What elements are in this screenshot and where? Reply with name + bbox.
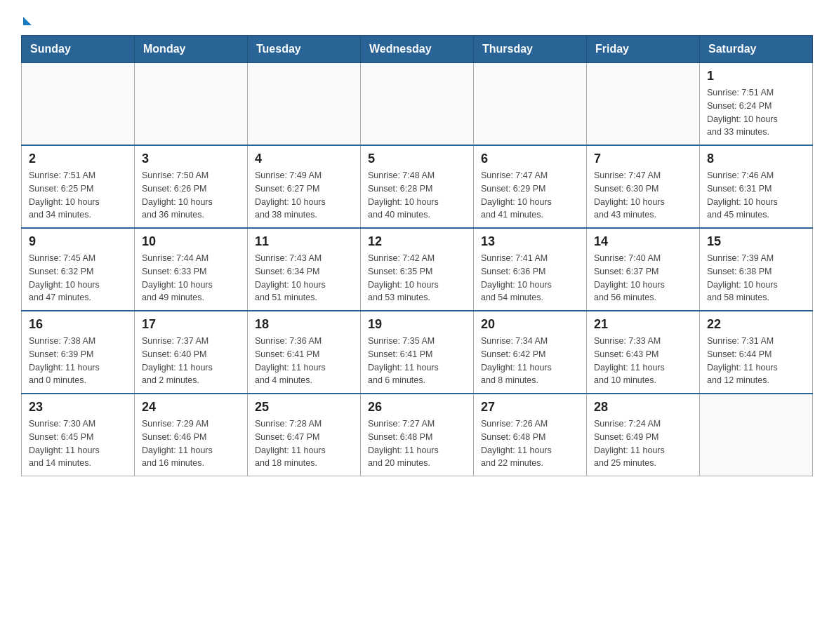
day-number: 15 — [707, 234, 805, 249]
day-info: Sunrise: 7:50 AMSunset: 6:26 PMDaylight:… — [142, 169, 240, 222]
calendar-cell — [248, 63, 361, 146]
day-info: Sunrise: 7:45 AMSunset: 6:32 PMDaylight:… — [29, 252, 127, 304]
calendar-cell: 25Sunrise: 7:28 AMSunset: 6:47 PMDayligh… — [248, 394, 361, 476]
day-number: 9 — [29, 234, 127, 249]
weekday-header-tuesday: Tuesday — [248, 36, 361, 63]
day-info: Sunrise: 7:41 AMSunset: 6:36 PMDaylight:… — [481, 252, 579, 304]
day-number: 28 — [594, 400, 692, 415]
logo-arrow-icon — [23, 17, 32, 25]
day-number: 4 — [255, 152, 353, 166]
day-info: Sunrise: 7:31 AMSunset: 6:44 PMDaylight:… — [707, 335, 805, 387]
calendar-cell — [700, 394, 813, 476]
day-number: 21 — [594, 317, 692, 332]
day-number: 3 — [142, 152, 240, 166]
day-info: Sunrise: 7:29 AMSunset: 6:46 PMDaylight:… — [142, 417, 240, 470]
day-info: Sunrise: 7:34 AMSunset: 6:42 PMDaylight:… — [481, 335, 579, 387]
day-number: 25 — [255, 400, 353, 415]
day-number: 2 — [29, 152, 127, 166]
day-info: Sunrise: 7:38 AMSunset: 6:39 PMDaylight:… — [29, 335, 127, 387]
day-info: Sunrise: 7:28 AMSunset: 6:47 PMDaylight:… — [255, 417, 353, 470]
calendar-cell: 26Sunrise: 7:27 AMSunset: 6:48 PMDayligh… — [361, 394, 474, 476]
day-info: Sunrise: 7:49 AMSunset: 6:27 PMDaylight:… — [255, 169, 353, 222]
calendar-cell: 6Sunrise: 7:47 AMSunset: 6:29 PMDaylight… — [474, 145, 587, 228]
day-info: Sunrise: 7:48 AMSunset: 6:28 PMDaylight:… — [368, 169, 466, 222]
day-info: Sunrise: 7:46 AMSunset: 6:31 PMDaylight:… — [707, 169, 805, 222]
calendar-cell: 4Sunrise: 7:49 AMSunset: 6:27 PMDaylight… — [248, 145, 361, 228]
day-number: 1 — [707, 69, 805, 83]
day-number: 16 — [29, 317, 127, 332]
day-number: 5 — [368, 152, 466, 166]
calendar-cell: 16Sunrise: 7:38 AMSunset: 6:39 PMDayligh… — [22, 311, 135, 394]
weekday-header-friday: Friday — [587, 36, 700, 63]
calendar-cell: 3Sunrise: 7:50 AMSunset: 6:26 PMDaylight… — [135, 145, 248, 228]
day-info: Sunrise: 7:44 AMSunset: 6:33 PMDaylight:… — [142, 252, 240, 304]
calendar-header-row: SundayMondayTuesdayWednesdayThursdayFrid… — [22, 36, 813, 63]
day-number: 6 — [481, 152, 579, 166]
day-info: Sunrise: 7:35 AMSunset: 6:41 PMDaylight:… — [368, 335, 466, 387]
calendar-cell: 11Sunrise: 7:43 AMSunset: 6:34 PMDayligh… — [248, 228, 361, 311]
day-number: 12 — [368, 234, 466, 249]
calendar-week-row: 16Sunrise: 7:38 AMSunset: 6:39 PMDayligh… — [22, 311, 813, 394]
calendar-cell: 14Sunrise: 7:40 AMSunset: 6:37 PMDayligh… — [587, 228, 700, 311]
weekday-header-monday: Monday — [135, 36, 248, 63]
calendar-cell: 12Sunrise: 7:42 AMSunset: 6:35 PMDayligh… — [361, 228, 474, 311]
day-number: 22 — [707, 317, 805, 332]
day-info: Sunrise: 7:33 AMSunset: 6:43 PMDaylight:… — [594, 335, 692, 387]
calendar-cell — [22, 63, 135, 146]
calendar-week-row: 1Sunrise: 7:51 AMSunset: 6:24 PMDaylight… — [22, 63, 813, 146]
calendar-cell: 13Sunrise: 7:41 AMSunset: 6:36 PMDayligh… — [474, 228, 587, 311]
calendar-cell: 28Sunrise: 7:24 AMSunset: 6:49 PMDayligh… — [587, 394, 700, 476]
day-number: 17 — [142, 317, 240, 332]
day-info: Sunrise: 7:47 AMSunset: 6:30 PMDaylight:… — [594, 169, 692, 222]
day-number: 24 — [142, 400, 240, 415]
day-info: Sunrise: 7:37 AMSunset: 6:40 PMDaylight:… — [142, 335, 240, 387]
calendar-cell — [361, 63, 474, 146]
calendar-cell: 2Sunrise: 7:51 AMSunset: 6:25 PMDaylight… — [22, 145, 135, 228]
calendar-cell — [135, 63, 248, 146]
calendar-cell — [587, 63, 700, 146]
day-number: 7 — [594, 152, 692, 166]
calendar-cell: 17Sunrise: 7:37 AMSunset: 6:40 PMDayligh… — [135, 311, 248, 394]
weekday-header-thursday: Thursday — [474, 36, 587, 63]
day-info: Sunrise: 7:51 AMSunset: 6:24 PMDaylight:… — [707, 86, 805, 139]
day-number: 19 — [368, 317, 466, 332]
day-info: Sunrise: 7:51 AMSunset: 6:25 PMDaylight:… — [29, 169, 127, 222]
calendar-cell: 1Sunrise: 7:51 AMSunset: 6:24 PMDaylight… — [700, 63, 813, 146]
calendar-cell: 23Sunrise: 7:30 AMSunset: 6:45 PMDayligh… — [22, 394, 135, 476]
calendar-cell: 15Sunrise: 7:39 AMSunset: 6:38 PMDayligh… — [700, 228, 813, 311]
calendar-cell: 8Sunrise: 7:46 AMSunset: 6:31 PMDaylight… — [700, 145, 813, 228]
calendar-cell: 7Sunrise: 7:47 AMSunset: 6:30 PMDaylight… — [587, 145, 700, 228]
day-info: Sunrise: 7:39 AMSunset: 6:38 PMDaylight:… — [707, 252, 805, 304]
calendar-cell: 27Sunrise: 7:26 AMSunset: 6:48 PMDayligh… — [474, 394, 587, 476]
day-number: 8 — [707, 152, 805, 166]
day-info: Sunrise: 7:30 AMSunset: 6:45 PMDaylight:… — [29, 417, 127, 470]
day-number: 11 — [255, 234, 353, 249]
calendar-week-row: 23Sunrise: 7:30 AMSunset: 6:45 PMDayligh… — [22, 394, 813, 476]
calendar-cell: 5Sunrise: 7:48 AMSunset: 6:28 PMDaylight… — [361, 145, 474, 228]
calendar-cell: 19Sunrise: 7:35 AMSunset: 6:41 PMDayligh… — [361, 311, 474, 394]
calendar-cell: 9Sunrise: 7:45 AMSunset: 6:32 PMDaylight… — [22, 228, 135, 311]
day-info: Sunrise: 7:27 AMSunset: 6:48 PMDaylight:… — [368, 417, 466, 470]
calendar-week-row: 9Sunrise: 7:45 AMSunset: 6:32 PMDaylight… — [22, 228, 813, 311]
weekday-header-wednesday: Wednesday — [361, 36, 474, 63]
calendar-cell: 10Sunrise: 7:44 AMSunset: 6:33 PMDayligh… — [135, 228, 248, 311]
day-number: 27 — [481, 400, 579, 415]
weekday-header-sunday: Sunday — [22, 36, 135, 63]
day-number: 13 — [481, 234, 579, 249]
calendar-cell: 21Sunrise: 7:33 AMSunset: 6:43 PMDayligh… — [587, 311, 700, 394]
logo — [21, 14, 32, 24]
day-info: Sunrise: 7:47 AMSunset: 6:29 PMDaylight:… — [481, 169, 579, 222]
day-info: Sunrise: 7:40 AMSunset: 6:37 PMDaylight:… — [594, 252, 692, 304]
day-info: Sunrise: 7:43 AMSunset: 6:34 PMDaylight:… — [255, 252, 353, 304]
day-info: Sunrise: 7:42 AMSunset: 6:35 PMDaylight:… — [368, 252, 466, 304]
day-number: 18 — [255, 317, 353, 332]
day-number: 26 — [368, 400, 466, 415]
calendar-cell: 18Sunrise: 7:36 AMSunset: 6:41 PMDayligh… — [248, 311, 361, 394]
day-info: Sunrise: 7:26 AMSunset: 6:48 PMDaylight:… — [481, 417, 579, 470]
day-info: Sunrise: 7:36 AMSunset: 6:41 PMDaylight:… — [255, 335, 353, 387]
calendar-cell: 20Sunrise: 7:34 AMSunset: 6:42 PMDayligh… — [474, 311, 587, 394]
day-number: 20 — [481, 317, 579, 332]
calendar-table: SundayMondayTuesdayWednesdayThursdayFrid… — [21, 35, 813, 476]
calendar-cell: 22Sunrise: 7:31 AMSunset: 6:44 PMDayligh… — [700, 311, 813, 394]
day-number: 23 — [29, 400, 127, 415]
